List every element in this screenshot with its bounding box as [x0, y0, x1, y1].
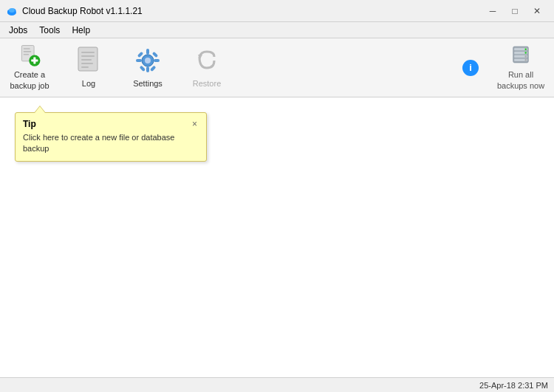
svg-rect-19 [146, 49, 149, 55]
menu-bar: Jobs Tools Help [0, 22, 554, 38]
menu-item-jobs[interactable]: Jobs [3, 24, 33, 37]
svg-rect-15 [81, 63, 93, 64]
svg-point-36 [524, 59, 526, 61]
app-title: Cloud Backup Robot v1.1.1.21 [22, 6, 143, 16]
svg-rect-14 [81, 59, 92, 61]
status-datetime: 25-Apr-18 2:31 PM [479, 381, 548, 390]
toolbar: Create abackup job Log Set [0, 38, 554, 97]
menu-item-tools[interactable]: Tools [33, 24, 66, 37]
svg-rect-24 [152, 52, 158, 58]
run-all-button[interactable]: Run allbackups now [488, 41, 554, 94]
svg-point-3 [9, 8, 15, 13]
status-bar: 25-Apr-18 2:31 PM [0, 377, 554, 392]
svg-rect-12 [81, 52, 95, 53]
minimize-button[interactable]: ─ [482, 4, 504, 18]
svg-rect-7 [24, 54, 30, 55]
run-all-icon [502, 44, 539, 66]
toolbar-spacer [236, 41, 462, 94]
settings-label: Settings [133, 78, 163, 89]
tip-close-button[interactable]: × [191, 120, 199, 128]
svg-rect-16 [81, 66, 89, 68]
svg-rect-20 [146, 66, 149, 72]
tip-popup: Tip × Click here to create a new file or… [15, 112, 207, 162]
svg-rect-23 [137, 52, 143, 58]
title-bar-controls: ─ □ ✕ [482, 4, 548, 18]
create-backup-label: Create abackup job [10, 69, 49, 91]
main-content: Tip × Click here to create a new file or… [0, 97, 554, 377]
svg-rect-5 [24, 48, 30, 49]
svg-point-35 [524, 55, 526, 57]
create-backup-icon [15, 44, 44, 66]
settings-button[interactable]: Settings [118, 41, 177, 94]
svg-rect-26 [150, 66, 156, 72]
menu-item-help[interactable]: Help [66, 24, 96, 37]
run-all-label: Run allbackups now [497, 69, 544, 91]
restore-label: Restore [193, 78, 222, 89]
svg-rect-21 [136, 59, 142, 62]
log-icon [75, 46, 102, 75]
tip-header: Tip × [23, 119, 199, 129]
restore-icon [192, 46, 222, 75]
app-icon [6, 5, 18, 17]
toolbar-right: i [462, 41, 488, 94]
svg-rect-13 [81, 55, 95, 57]
svg-rect-6 [24, 51, 32, 52]
svg-point-34 [524, 52, 526, 53]
create-backup-button[interactable]: Create abackup job [0, 41, 59, 94]
title-bar: Cloud Backup Robot v1.1.1.21 ─ □ ✕ [0, 0, 554, 22]
log-button[interactable]: Log [59, 41, 118, 94]
settings-icon [133, 46, 163, 75]
svg-point-18 [145, 58, 151, 63]
close-button[interactable]: ✕ [526, 4, 548, 18]
svg-rect-22 [154, 59, 160, 62]
info-button[interactable]: i [462, 60, 479, 76]
tip-title: Tip [23, 119, 36, 129]
tip-text: Click here to create a new file or datab… [23, 132, 199, 155]
log-label: Log [82, 78, 95, 89]
svg-rect-10 [31, 60, 38, 62]
maximize-button[interactable]: □ [504, 4, 526, 18]
restore-button[interactable]: Restore [177, 41, 236, 94]
svg-point-33 [524, 48, 526, 49]
title-bar-left: Cloud Backup Robot v1.1.1.21 [6, 5, 143, 17]
svg-rect-25 [140, 66, 146, 72]
